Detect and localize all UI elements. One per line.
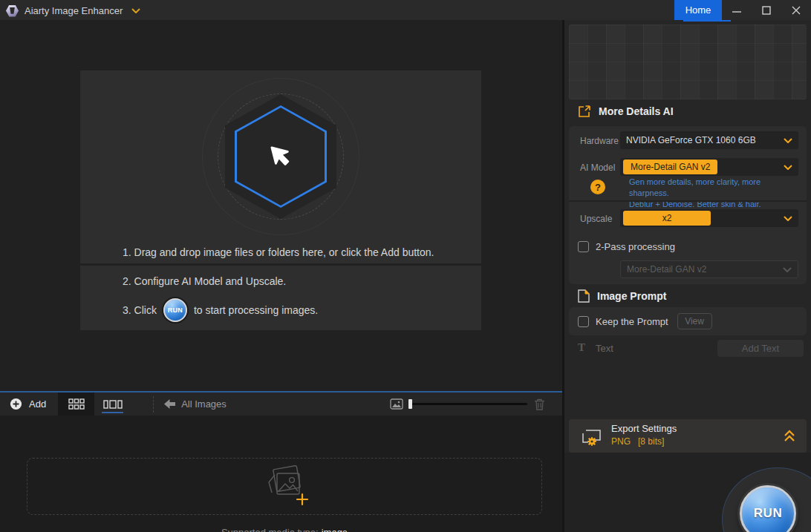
keep-prompt-row: Keep the Prompt bbox=[578, 316, 668, 327]
section-divider bbox=[569, 200, 807, 202]
thumbnail-size-icon bbox=[390, 398, 403, 410]
hardware-label: Hardware bbox=[580, 136, 619, 146]
two-pass-model-value: More-Detail GAN v2 bbox=[627, 264, 706, 275]
ai-model-value-pill: More-Detail GAN v2 bbox=[623, 160, 717, 174]
image-prompt-title: Image Prompt bbox=[597, 290, 666, 302]
text-icon: T bbox=[578, 341, 585, 354]
chevron-down-icon bbox=[784, 165, 792, 170]
import-drop-zone[interactable] bbox=[27, 458, 542, 515]
grid-view-button[interactable] bbox=[58, 393, 94, 416]
chevron-down-icon bbox=[783, 267, 792, 272]
model-description: Gen more details, more clarity, more sha… bbox=[629, 177, 800, 210]
keep-prompt-label: Keep the Prompt bbox=[596, 316, 668, 327]
hardware-dropdown[interactable]: NVIDIA GeForce GTX 1060 6GB bbox=[620, 131, 798, 149]
export-settings-panel[interactable]: Export Settings PNG[8 bits] bbox=[569, 419, 807, 453]
chevron-down-icon bbox=[784, 216, 792, 221]
home-active-indicator bbox=[683, 20, 731, 22]
upscale-label: Upscale bbox=[580, 214, 612, 224]
run-badge-icon: RUN bbox=[163, 298, 187, 322]
close-icon bbox=[792, 6, 801, 15]
instruction-step-2: 2. Configure AI Model and Upscale. bbox=[123, 275, 286, 287]
main-workspace: 1. Drag and drop image files or folders … bbox=[0, 20, 562, 532]
settings-panel: More Details AI Hardware NVIDIA GeForce … bbox=[564, 20, 811, 532]
more-details-header: More Details AI bbox=[578, 105, 674, 118]
supported-media-text: Supported media type:image bbox=[0, 527, 569, 532]
app-menu[interactable]: Aiarty Image Enhancer bbox=[6, 1, 140, 20]
model-description-line1: Gen more details, more clarity, more sha… bbox=[629, 177, 800, 199]
export-settings-icon bbox=[580, 426, 602, 446]
close-button[interactable] bbox=[781, 0, 811, 20]
expand-details-icon bbox=[578, 105, 591, 118]
keep-prompt-checkbox[interactable] bbox=[578, 316, 589, 327]
model-settings-box: Hardware NVIDIA GeForce GTX 1060 6GB AI … bbox=[569, 126, 807, 284]
add-images-icon bbox=[260, 463, 309, 510]
export-format-text: PNG[8 bits] bbox=[611, 436, 664, 447]
collapse-up-icon[interactable] bbox=[783, 429, 796, 442]
add-button-label: Add bbox=[29, 398, 46, 410]
back-arrow-icon bbox=[164, 399, 175, 409]
delete-button[interactable] bbox=[534, 393, 545, 416]
text-prompt-row: T Text Add Text bbox=[564, 340, 811, 359]
two-pass-row: 2-Pass processing bbox=[578, 241, 675, 252]
view-prompt-button[interactable]: View bbox=[677, 313, 712, 329]
export-settings-title: Export Settings bbox=[611, 423, 677, 434]
compare-view-icon bbox=[103, 400, 123, 409]
step-3-suffix: to start processing images. bbox=[194, 304, 318, 316]
export-bits: [8 bits] bbox=[638, 436, 664, 447]
upscale-value-pill: x2 bbox=[623, 211, 711, 226]
step-3-prefix: 3. Click bbox=[123, 304, 157, 316]
add-button[interactable]: Add bbox=[0, 393, 58, 416]
upscale-dropdown[interactable]: x2 bbox=[620, 209, 798, 227]
compare-view-indicator bbox=[102, 412, 123, 413]
instructions-panel: 2. Configure AI Model and Upscale. 3. Cl… bbox=[80, 266, 481, 330]
instruction-step-1: 1. Drag and drop image files or folders … bbox=[123, 246, 434, 258]
all-images-label: All Images bbox=[181, 398, 227, 410]
chevron-down-icon bbox=[784, 138, 792, 143]
maximize-button[interactable] bbox=[752, 0, 781, 20]
keep-prompt-box: Keep the Prompt View bbox=[569, 307, 807, 335]
text-label: Text bbox=[596, 343, 613, 354]
ai-model-dropdown[interactable]: More-Detail GAN v2 bbox=[620, 158, 798, 176]
supported-value: image bbox=[322, 527, 348, 532]
library-area: Supported media type:image bbox=[0, 416, 562, 532]
titlebar: Aiarty Image Enhancer Home bbox=[0, 0, 811, 20]
toolbar-divider bbox=[153, 396, 154, 413]
add-text-button[interactable]: Add Text bbox=[717, 340, 804, 357]
thumbnail-size-control bbox=[390, 393, 527, 416]
preview-thumbnail-area bbox=[569, 24, 807, 99]
hardware-value: NVIDIA GeForce GTX 1060 6GB bbox=[626, 135, 756, 145]
image-prompt-header: Image Prompt bbox=[578, 289, 666, 303]
cursor-arrow-icon bbox=[264, 140, 297, 173]
minimize-button[interactable] bbox=[722, 0, 752, 20]
export-format: PNG bbox=[611, 436, 631, 447]
all-images-filter[interactable]: All Images bbox=[164, 398, 227, 410]
slider-handle[interactable] bbox=[408, 399, 412, 409]
more-details-title: More Details AI bbox=[599, 105, 674, 117]
image-drop-zone[interactable]: 1. Drag and drop image files or folders … bbox=[80, 70, 481, 263]
app-title: Aiarty Image Enhancer bbox=[25, 5, 123, 16]
trash-icon bbox=[534, 398, 545, 410]
app-window: Aiarty Image Enhancer Home bbox=[0, 0, 811, 532]
two-pass-checkbox[interactable] bbox=[578, 241, 589, 252]
home-button[interactable]: Home bbox=[674, 0, 722, 20]
compare-view-button[interactable] bbox=[94, 393, 131, 416]
thumbnail-size-slider[interactable] bbox=[408, 403, 527, 405]
library-toolbar: Add bbox=[0, 391, 562, 416]
two-pass-model-dropdown[interactable]: More-Detail GAN v2 bbox=[620, 260, 798, 278]
help-icon[interactable]: ? bbox=[590, 180, 605, 194]
ai-model-label: AI Model bbox=[580, 162, 615, 173]
grid-view-icon bbox=[68, 398, 85, 410]
drop-hexagon-graphic bbox=[202, 78, 359, 235]
instruction-step-3: 3. Click RUN to start processing images. bbox=[123, 298, 318, 322]
supported-label: Supported media type: bbox=[221, 527, 319, 532]
minimize-icon bbox=[732, 6, 741, 15]
run-area: RUN bbox=[564, 453, 811, 532]
chevron-down-icon[interactable] bbox=[131, 8, 140, 13]
two-pass-label: 2-Pass processing bbox=[596, 241, 675, 252]
plus-circle-icon bbox=[10, 398, 22, 410]
app-logo-icon bbox=[6, 5, 19, 17]
document-icon bbox=[578, 289, 590, 303]
maximize-icon bbox=[762, 6, 771, 15]
